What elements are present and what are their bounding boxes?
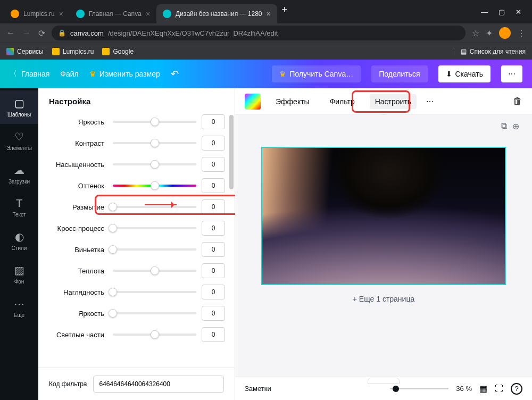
slider-track[interactable] [113, 227, 196, 229]
slider-value[interactable]: 0 [202, 327, 225, 342]
maximize-icon[interactable]: ▢ [498, 8, 505, 16]
effects-tab[interactable]: Эффекты [270, 94, 315, 109]
slider-value[interactable]: 0 [202, 221, 225, 236]
rail-styles[interactable]: ◐Стили [0, 224, 38, 257]
trash-icon[interactable]: 🗑 [513, 96, 522, 107]
tab-title: Lumpics.ru [23, 10, 55, 18]
rail-elements[interactable]: ♡Элементы [0, 124, 38, 157]
notes-button[interactable]: Заметки [245, 385, 271, 393]
color-swatch[interactable] [245, 94, 261, 110]
crown-icon: ♛ [89, 70, 96, 78]
slider-track[interactable] [113, 185, 196, 187]
profile-avatar[interactable] [499, 27, 511, 39]
folder-icon [102, 48, 110, 55]
slider-track[interactable] [113, 291, 196, 293]
rail-templates[interactable]: ▢Шаблоны [0, 90, 38, 124]
filter-code-input[interactable] [93, 376, 224, 393]
page-collapse-handle[interactable] [368, 378, 400, 384]
slider-thumb[interactable] [109, 203, 117, 211]
new-tab-button[interactable]: + [277, 4, 292, 23]
browser-tab-active[interactable]: Дизайн без названия — 1280 × [156, 4, 277, 23]
extension-icon[interactable]: ✦ [486, 28, 493, 38]
browser-tab[interactable]: Lumpics.ru × [4, 4, 70, 23]
close-icon[interactable]: × [267, 10, 271, 18]
slider-value[interactable]: 0 [202, 306, 225, 321]
share-button[interactable]: Поделиться [371, 65, 427, 82]
download-button[interactable]: ⬇Скачать [438, 65, 491, 82]
file-menu[interactable]: Файл [60, 70, 78, 78]
slider-track[interactable] [113, 142, 196, 144]
home-button[interactable]: 〈Главная [10, 69, 49, 79]
adjust-tab[interactable]: Настроить [370, 94, 417, 109]
slider-track[interactable] [113, 206, 196, 208]
grid-view-icon[interactable]: ▦ [479, 384, 487, 394]
slider-thumb[interactable] [109, 224, 117, 232]
slider-label: Яркость [49, 310, 107, 318]
menu-icon[interactable]: ⋮ [517, 28, 526, 38]
slider-value[interactable]: 0 [202, 263, 225, 278]
more-icon[interactable]: ⋯ [426, 97, 434, 106]
apps-bookmark[interactable]: Сервисы [6, 48, 44, 55]
reload-icon[interactable]: ⟳ [38, 28, 45, 38]
slider-track[interactable] [113, 270, 196, 272]
canva-toolbar: 〈Главная Файл ♛Изменить размер ↶ ♛Получи… [0, 60, 532, 88]
slider-track[interactable] [113, 248, 196, 251]
browser-tabs: Lumpics.ru × Главная — Canva × Дизайн бе… [4, 4, 475, 23]
browser-tab[interactable]: Главная — Canva × [70, 4, 156, 23]
duplicate-icon[interactable]: ⧉ [501, 121, 507, 131]
slider-value[interactable]: 0 [202, 199, 225, 214]
fullscreen-icon[interactable]: ⛶ [495, 384, 503, 394]
zoom-slider[interactable] [390, 388, 448, 389]
scrollbar[interactable] [229, 115, 234, 189]
more-button[interactable]: ⋯ [501, 65, 522, 82]
star-icon[interactable]: ☆ [472, 28, 479, 38]
slider-value[interactable]: 0 [202, 285, 225, 299]
get-pro-button[interactable]: ♛Получить Canva… [272, 65, 361, 82]
design-page[interactable] [261, 147, 506, 285]
slider-thumb[interactable] [151, 139, 159, 147]
browser-titlebar: Lumpics.ru × Главная — Canva × Дизайн бе… [0, 0, 532, 23]
add-icon[interactable]: ⊕ [512, 121, 519, 131]
slider-thumb[interactable] [151, 118, 159, 126]
resize-button[interactable]: ♛Изменить размер [89, 70, 160, 78]
slider-thumb[interactable] [151, 181, 159, 190]
slider-thumb[interactable] [151, 266, 159, 275]
rail-text[interactable]: TТекст [0, 191, 38, 224]
slider-thumb[interactable] [151, 330, 159, 339]
zoom-thumb[interactable] [393, 386, 399, 392]
list-icon: ▤ [461, 48, 467, 55]
slider-value[interactable]: 0 [202, 114, 225, 129]
back-icon[interactable]: ← [6, 28, 15, 38]
bookmarks-bar: Сервисы Lumpics.ru Google ▤Список для чт… [0, 43, 532, 60]
panel-footer: Код фильтра [38, 368, 235, 400]
forward-icon[interactable]: → [22, 28, 31, 38]
close-window-icon[interactable]: ✕ [516, 8, 521, 16]
close-icon[interactable]: × [59, 10, 63, 18]
slider-value[interactable]: 0 [202, 242, 225, 257]
slider-track[interactable] [113, 312, 196, 314]
close-icon[interactable]: × [146, 10, 150, 18]
slider-track[interactable] [113, 334, 196, 336]
minimize-icon[interactable]: — [481, 8, 488, 16]
rail-uploads[interactable]: ☁Загрузки [0, 157, 38, 191]
bookmark-item[interactable]: Lumpics.ru [52, 48, 94, 55]
rail-more[interactable]: ⋯Еще [0, 291, 38, 324]
slider-value[interactable]: 0 [202, 136, 225, 151]
slider-value[interactable]: 0 [202, 178, 225, 193]
reading-list-button[interactable]: ▤Список для чтения [454, 48, 526, 55]
slider-thumb[interactable] [109, 288, 117, 296]
rail-background[interactable]: ▨Фон [0, 257, 38, 291]
help-icon[interactable]: ? [511, 383, 522, 395]
slider-thumb[interactable] [109, 309, 117, 318]
slider-value[interactable]: 0 [202, 157, 225, 172]
slider-track[interactable] [113, 121, 196, 123]
slider-thumb[interactable] [109, 245, 117, 254]
slider-track[interactable] [113, 163, 196, 165]
undo-icon[interactable]: ↶ [171, 68, 179, 80]
styles-icon: ◐ [15, 230, 24, 243]
add-page-button[interactable]: + Еще 1 страница [246, 295, 521, 303]
filter-tab[interactable]: Фильтр [325, 94, 360, 109]
bookmark-item[interactable]: Google [102, 48, 134, 55]
slider-thumb[interactable] [151, 160, 159, 169]
url-input[interactable]: 🔒 canva.com/design/DAEnXEqhXxE/O3TwC7vh2… [52, 26, 466, 40]
